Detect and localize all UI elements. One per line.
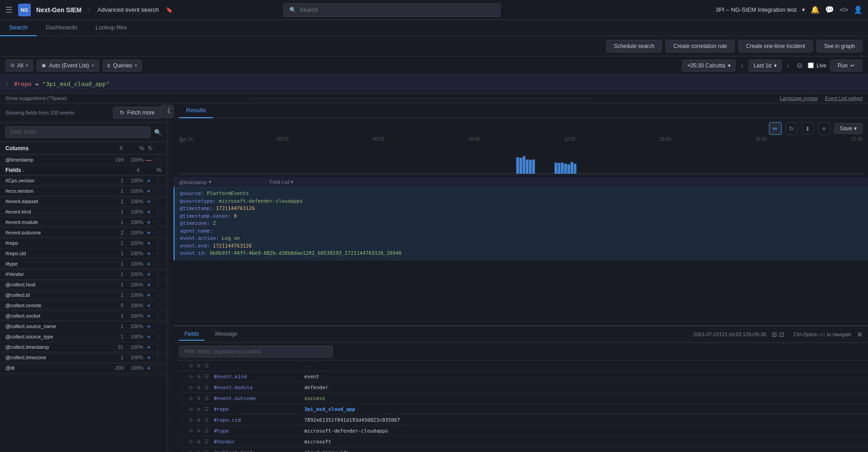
- dra-block[interactable]: ⊗: [195, 449, 202, 452]
- list-item[interactable]: @id 200 100% + ⋮: [0, 363, 167, 373]
- field-options-icon[interactable]: ⋮: [154, 344, 161, 350]
- source-selector[interactable]: ⊙ All ▾: [5, 60, 33, 71]
- field-options-icon[interactable]: ⋮: [154, 250, 161, 257]
- list-item[interactable]: @collect.source_type 1 100% + ⋮: [0, 332, 167, 342]
- timestamp-column-row[interactable]: @timestamp 199 100% — ⋮: [0, 155, 167, 165]
- detail-row[interactable]: ⋮ ⊖ ⊗ ☰ #event.kind event: [174, 371, 868, 382]
- field-add-icon[interactable]: +: [145, 271, 152, 278]
- field-options-icon[interactable]: ⋮: [154, 313, 161, 319]
- live-checkbox[interactable]: [808, 62, 814, 68]
- settings-chart-button[interactable]: ≡: [818, 122, 830, 135]
- field-add-icon[interactable]: +: [145, 239, 152, 247]
- field-add-icon[interactable]: +: [145, 229, 152, 236]
- dra-circle[interactable]: ⊖: [188, 449, 194, 452]
- create-correlation-button[interactable]: Create correlation rule: [665, 40, 735, 52]
- list-item[interactable]: #ecs.version 1 100% + ⋮: [0, 186, 167, 196]
- global-search-bar[interactable]: 🔍: [283, 3, 500, 17]
- field-add-icon[interactable]: +: [145, 302, 152, 309]
- dra-doc[interactable]: ☰: [203, 417, 210, 423]
- dra-doc[interactable]: ☰: [203, 395, 210, 402]
- tab-search[interactable]: Search: [0, 20, 37, 36]
- field-options-icon[interactable]: ⋮: [154, 188, 161, 194]
- field-add-icon[interactable]: +: [145, 333, 152, 340]
- search-input[interactable]: [300, 6, 495, 13]
- detail-row[interactable]: ⋮ ⊖ ⊗ ☰ #event.outcome success: [174, 393, 868, 404]
- field-add-icon[interactable]: +: [145, 312, 152, 319]
- timestamp-column-header[interactable]: @timestamp ▾: [179, 179, 269, 185]
- dra-dots[interactable]: ⋮: [179, 395, 187, 402]
- dra-dots[interactable]: ⋮: [179, 384, 187, 391]
- dra-dots[interactable]: ⋮: [179, 438, 187, 445]
- detail-row[interactable]: ⋮ ⊖ ⊗ ☰ #repo.cid 7892e61351f041d193d450…: [174, 415, 868, 426]
- field-options-icon[interactable]: ⋮: [154, 177, 161, 184]
- dra-circle[interactable]: ⊖: [188, 428, 194, 434]
- list-item[interactable]: @collect.remote 9 100% + ⋮: [0, 300, 167, 311]
- field-options-icon[interactable]: ⋮: [154, 323, 161, 329]
- detail-row[interactable]: ⋮ ⊖ ⊗ ☰ #event.module defender: [174, 382, 868, 393]
- field-options-icon[interactable]: ⋮: [154, 198, 161, 205]
- field-list-header[interactable]: Field List ▾: [269, 179, 863, 185]
- hamburger-icon[interactable]: ☰: [5, 5, 13, 15]
- dra-block[interactable]: ⊗: [195, 362, 202, 369]
- dra-circle[interactable]: ⊖: [188, 417, 194, 423]
- dra-circle[interactable]: ⊖: [188, 406, 194, 413]
- field-add-icon[interactable]: +: [145, 354, 152, 361]
- field-options-icon[interactable]: ⋮: [154, 229, 161, 236]
- save-button[interactable]: Save ▾: [834, 123, 863, 134]
- dra-doc[interactable]: ☰: [203, 438, 210, 445]
- field-options-icon[interactable]: ⋮: [154, 281, 161, 288]
- dra-block[interactable]: ⊗: [195, 428, 202, 434]
- dra-dots[interactable]: ⋮: [179, 449, 187, 452]
- tab-dashboards[interactable]: Dashboards: [37, 20, 86, 36]
- field-add-icon[interactable]: +: [145, 281, 152, 288]
- dra-block[interactable]: ⊗: [195, 395, 202, 402]
- timestamp-remove-icon[interactable]: —: [145, 156, 152, 163]
- dra-doc[interactable]: ☰: [203, 373, 210, 380]
- list-item[interactable]: @collect.socket 1 100% + ⋮: [0, 311, 167, 321]
- dra-block[interactable]: ⊗: [195, 384, 202, 391]
- dra-doc[interactable]: ☰: [203, 406, 210, 413]
- field-options-icon[interactable]: ⋮: [154, 219, 161, 225]
- field-add-icon[interactable]: +: [145, 343, 152, 351]
- tab-results[interactable]: Results: [179, 103, 213, 118]
- list-item[interactable]: #repo.cid 1 100% + ⋮: [0, 248, 167, 259]
- export-chart-button[interactable]: ⬇: [802, 122, 814, 135]
- prev-time-button[interactable]: ‹: [739, 60, 745, 71]
- dra-circle[interactable]: ⊖: [188, 384, 194, 391]
- dra-block[interactable]: ⊗: [195, 406, 202, 413]
- timerange-selector[interactable]: Last 1d ▾: [749, 60, 782, 71]
- field-options-icon[interactable]: ⋮: [154, 365, 161, 371]
- field-add-icon[interactable]: +: [145, 198, 152, 205]
- dra-dots[interactable]: ⋮: [179, 417, 187, 423]
- code-icon[interactable]: </>: [840, 6, 848, 13]
- notifications-icon[interactable]: 🔔: [811, 5, 820, 14]
- dra-dots[interactable]: ⋮: [179, 406, 187, 413]
- detail-close-button[interactable]: ✕: [857, 330, 863, 339]
- list-item[interactable]: @collect.id 1 100% + ⋮: [0, 290, 167, 300]
- field-add-icon[interactable]: +: [145, 187, 152, 195]
- timezone-selector[interactable]: +05:30 Calcutta ▾: [682, 60, 736, 71]
- filter-fields-input[interactable]: [5, 126, 151, 138]
- field-options-icon[interactable]: ⋮: [154, 333, 161, 340]
- field-options-icon[interactable]: ⋮: [154, 302, 161, 309]
- tab-lookup-files[interactable]: Lookup files: [86, 20, 136, 36]
- language-syntax-link[interactable]: Language syntax: [780, 95, 818, 101]
- list-item[interactable]: #type 1 100% + ⋮: [0, 259, 167, 269]
- field-options-icon[interactable]: ⋮: [154, 271, 161, 277]
- list-item[interactable]: #event.dataset 1 100% + ⋮: [0, 196, 167, 207]
- dra-circle[interactable]: ⊖: [188, 362, 194, 369]
- detail-row[interactable]: ⋮ ⊖ ⊗ ☰ #repo 3pi_msd_cloud_app: [174, 404, 868, 415]
- fetch-more-button[interactable]: ↻ Fetch more: [113, 107, 161, 119]
- list-item[interactable]: @collect.host 1 100% + ⋮: [0, 280, 167, 290]
- field-add-icon[interactable]: +: [145, 177, 152, 184]
- list-item[interactable]: #Vendor 1 100% + ⋮: [0, 269, 167, 280]
- field-add-icon[interactable]: +: [145, 219, 152, 226]
- detail-row[interactable]: ⋮ ⊖ ⊗ ☰ #Vendor microsoft: [174, 437, 868, 447]
- dra-doc[interactable]: ☰: [203, 449, 210, 452]
- detail-tab-message[interactable]: Message: [210, 328, 243, 341]
- dra-block[interactable]: ⊗: [195, 417, 202, 423]
- display-mode-selector[interactable]: ◉ Auto (Event List) ▾: [37, 60, 99, 71]
- list-item[interactable]: @collect.timestamp 31 100% + ⋮: [0, 342, 167, 352]
- list-item[interactable]: #repo 1 100% + ⋮: [0, 238, 167, 248]
- zoom-button[interactable]: ⊖: [795, 59, 804, 71]
